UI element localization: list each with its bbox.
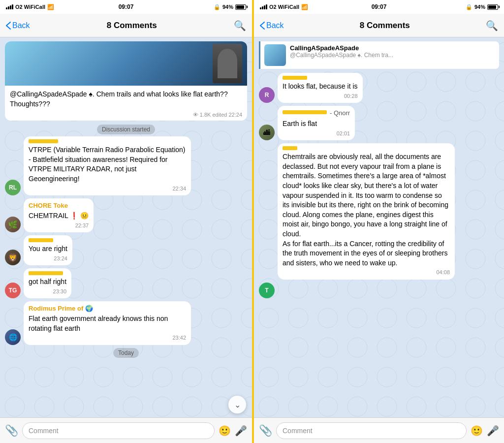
original-post-image [5,41,247,86]
right-panel: O2 WiFiCall 📶 09:07 🔒 94% Back 8 Comment… [252,0,504,443]
message-time: 02:01 [283,130,350,137]
sticker-button-left[interactable]: 🙂 [219,425,231,437]
message-bubble: got half right 23:30 [24,268,71,298]
message-text: Flat earth government already knows this… [29,315,168,332]
message-time: 22:37 [29,222,89,229]
attach-button-right[interactable]: 📎 [259,424,272,437]
message-time: 23:42 [29,334,186,342]
qnorr-label: - Qnorr [330,109,350,118]
carrier-right: O2 WiFiCall [269,4,299,10]
message-row: RL VTRPE (Variable Terrain Radio Parabol… [5,136,247,195]
avatar: RL [5,180,21,195]
input-bar-right: 📎 Comment 🙂 🎤 [254,417,504,443]
message-row: 🦁 You are right 23:24 [5,235,247,265]
pinned-post-info: CallingASpadeASpade @CallingASpadeASpade… [290,44,393,59]
username-tag [283,76,307,80]
chat-area-left[interactable]: @CallingASpadeASpade ♠. Chem trails and … [0,37,252,417]
comment-input-right[interactable]: Comment [276,422,467,439]
message-bubble: Chemtrails are obviously real, all the d… [278,143,455,280]
original-post-text: @CallingASpadeASpade ♠. Chem trails and … [5,86,247,112]
message-row: 🌐 Rodimus Prime of 🌍 Flat earth governme… [5,301,247,345]
lock-icon-left: 🔒 [214,4,220,10]
message-text: Chemtrails are obviously real, all the d… [283,153,448,267]
pinned-post-image [264,44,286,66]
rodimus-username: Rodimus Prime of 🌍 [29,304,186,313]
avatar: 🏙 [259,125,275,140]
back-label-left: Back [12,21,30,30]
search-button-right[interactable]: 🔍 [486,20,498,32]
username-tag [283,146,297,150]
message-text: Earth is flat [283,120,317,127]
nav-bar-left: Back 8 Comments 🔍 [0,14,252,37]
comment-input-left[interactable]: Comment [22,422,215,439]
avatar: 🦁 [5,250,21,265]
input-bar-left: 📎 Comment 🙂 🎤 [0,417,252,443]
partial-avatar-row: T [259,283,499,298]
message-bubble: - Qnorr Earth is flat 02:01 [278,106,355,140]
carrier-left: O2 WiFiCall [15,4,45,10]
message-time: 04:08 [283,269,450,276]
username-tag [29,271,63,275]
status-bar-left: O2 WiFiCall 📶 09:07 🔒 94% [0,0,252,14]
original-post-left: @CallingASpadeASpade ♠. Chem trails and … [5,41,247,121]
nav-title-right: 8 Comments [360,21,410,31]
username-tag [29,238,53,242]
message-row: 🌿 CHORE Toke CHEMTRAIL ❗ 😐 22:37 [5,198,247,232]
username-tag [29,139,58,143]
wifi-icon-right: 📶 [301,4,308,10]
signal-icon-left [6,4,13,9]
avatar: R [259,87,275,103]
back-label-right: Back [266,21,284,30]
mic-button-left[interactable]: 🎤 [235,425,247,437]
back-button-right[interactable]: Back [260,21,284,30]
avatar: 🌐 [5,329,21,345]
message-time: 22:34 [29,185,186,192]
chat-area-right[interactable]: CallingASpadeASpade @CallingASpadeASpade… [254,37,504,417]
search-button-left[interactable]: 🔍 [234,20,246,32]
chore-username: CHORE Toke [29,201,89,210]
scroll-down-button[interactable]: ⌄ [228,396,246,413]
message-row: TG got half right 23:30 [5,268,247,298]
battery-pct-right: 94% [474,4,485,10]
today-badge: Today [5,348,247,357]
message-row: 🏙 - Qnorr Earth is flat 02:01 [259,106,499,140]
time-left: 09:07 [119,3,134,10]
partial-avatar: T [259,283,275,298]
pinned-post: CallingASpadeASpade @CallingASpadeASpade… [259,41,499,69]
left-panel: O2 WiFiCall 📶 09:07 🔒 94% Back 8 Comment… [0,0,252,443]
message-text: got half right [29,278,66,285]
message-text: VTRPE (Variable Terrain Radio Parabolic … [29,146,186,183]
username-tag [283,110,327,114]
back-button-left[interactable]: Back [6,21,30,30]
message-row: Chemtrails are obviously real, all the d… [259,143,499,280]
message-bubble: VTRPE (Variable Terrain Radio Parabolic … [24,136,191,195]
nav-title-left: 8 Comments [107,21,157,31]
message-time: 23:30 [29,288,66,295]
battery-icon-right [487,4,498,10]
time-right: 09:07 [372,3,387,10]
message-text: It looks flat, because it is [283,82,358,90]
wifi-icon-left: 📶 [47,4,54,10]
message-bubble: It looks flat, because it is 00:28 [278,73,363,103]
avatar: TG [5,283,21,298]
original-post-meta: 👁 1.8K edited 22:24 [5,112,247,121]
signal-icon-right [260,4,267,9]
message-bubble: You are right 23:24 [24,235,72,265]
sticker-button-right[interactable]: 🙂 [471,425,483,437]
avatar: 🌿 [5,217,21,232]
pinned-post-name: CallingASpadeASpade [290,44,393,52]
discussion-badge: Discussion started [5,125,247,133]
message-text: You are right [29,245,67,253]
status-bar-right: O2 WiFiCall 📶 09:07 🔒 94% [254,0,504,14]
message-text: CHEMTRAIL ❗ 😐 [29,212,89,220]
mic-button-right[interactable]: 🎤 [487,425,499,437]
message-row: R It looks flat, because it is 00:28 [259,73,499,103]
lock-icon-right: 🔒 [466,4,472,10]
battery-icon-left [235,4,246,10]
original-post-avatar [213,44,242,83]
battery-pct-left: 94% [222,4,233,10]
nav-bar-right: Back 8 Comments 🔍 [254,14,504,37]
message-time: 23:24 [29,255,67,262]
message-time: 00:28 [283,93,358,100]
attach-button-left[interactable]: 📎 [5,424,18,437]
